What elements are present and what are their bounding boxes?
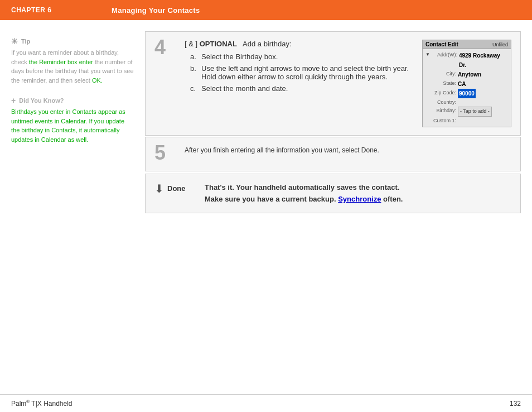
content-area: 4 [ & ] OPTIONAL Add a birthday: a. Sele… (145, 31, 521, 389)
done-label-area: ⬇ Done (154, 182, 199, 195)
did-you-know-section: + Did You Know? Birthdays you enter in C… (11, 96, 134, 144)
tip-ok: OK. (92, 77, 103, 84)
substep-a-letter: a. (190, 52, 198, 61)
custom-label: Custom 1: (425, 117, 456, 125)
step-4-text: [ & ] OPTIONAL Add a birthday: a. Select… (185, 40, 411, 96)
dyk-text: Birthdays you enter in Contacts appear a… (11, 107, 134, 144)
addr-value: 4929 Rockaway Dr. (459, 51, 508, 70)
country-label: Country: (425, 98, 456, 107)
state-label: State: (425, 79, 456, 89)
step-4-block: 4 [ & ] OPTIONAL Add a birthday: a. Sele… (145, 31, 521, 136)
step-5-block: 5 After you finish entering all the info… (145, 137, 521, 171)
contact-edit-header: Contact Edit Unfiled (423, 40, 511, 49)
footer-brand: Palm® T|X Handheld (11, 399, 72, 408)
substep-c-text: Select the month and date. (201, 84, 288, 93)
step-5-content: After you finish entering all the inform… (185, 145, 511, 159)
substep-b: b. Use the left and right arrows to move… (190, 64, 411, 81)
city-row: City: Anytown (425, 70, 508, 79)
optional-desc: Add a birthday: (243, 40, 291, 48)
substep-c: c. Select the month and date. (190, 84, 411, 93)
tip-header: ✳ Tip (11, 37, 134, 46)
synchronize-link[interactable]: Synchronize (338, 195, 381, 203)
substep-c-letter: c. (190, 84, 198, 93)
addr-triangle-icon: ▼ (425, 51, 430, 59)
contact-edit-widget: Contact Edit Unfiled ▼ Addr(W): 4929 Roc… (422, 40, 511, 127)
main-content: ✳ Tip If you want a reminder about a bir… (0, 20, 532, 394)
step-4-number: 4 (154, 37, 177, 58)
tip-icon: ✳ (11, 37, 18, 46)
state-value: CA (458, 79, 466, 89)
step-4-inner: [ & ] OPTIONAL Add a birthday: a. Select… (185, 40, 511, 127)
zipcode-row: Zip Code: 90000 (425, 89, 508, 98)
substep-a-text: Select the Birthday box. (201, 52, 278, 61)
state-row: State: CA (425, 79, 508, 89)
step-4-optional-line: [ & ] OPTIONAL Add a birthday: (185, 40, 411, 48)
city-value: Anytown (458, 70, 481, 79)
birthday-label: Birthday: (425, 107, 456, 116)
plus-icon: + (11, 96, 16, 105)
done-block: ⬇ Done That's it. Your handheld automati… (145, 174, 521, 214)
contact-edit-title: Contact Edit (425, 41, 458, 47)
substep-b-text: Use the left and right arrows to move to… (201, 64, 411, 81)
done-line2-prefix: Make sure you have a current backup. (205, 195, 338, 203)
done-line1: That's it. Your handheld automatically s… (205, 182, 403, 194)
page-footer: Palm® T|X Handheld 132 (0, 394, 532, 412)
step-5-text: After you finish entering all the inform… (185, 145, 511, 155)
footer-page-number: 132 (510, 400, 521, 408)
substep-a: a. Select the Birthday box. (190, 52, 411, 61)
optional-label: OPTIONAL (200, 40, 237, 48)
step-5-number: 5 (154, 143, 177, 163)
done-line2-suffix: often. (381, 195, 403, 203)
addr-label: Addr(W): (432, 51, 457, 59)
zipcode-value: 90000 (458, 89, 476, 98)
sidebar: ✳ Tip If you want a reminder about a bir… (11, 31, 134, 389)
custom-row: Custom 1: (425, 117, 508, 125)
country-row: Country: (425, 98, 508, 107)
birthday-row: Birthday: - Tap to add - (425, 107, 508, 116)
contact-edit-unfiled: Unfiled (492, 42, 508, 47)
tip-label: Tip (21, 38, 30, 45)
substep-b-letter: b. (190, 64, 198, 81)
tip-section: ✳ Tip If you want a reminder about a bir… (11, 37, 134, 85)
dyk-header: + Did You Know? (11, 96, 134, 105)
optional-bracket: [ & ] (185, 40, 197, 48)
tip-highlight: the Reminder box enter (29, 59, 93, 65)
city-label: City: (425, 70, 456, 79)
page-header: CHAPTER 6 Managing Your Contacts (0, 0, 532, 20)
done-arrow-icon: ⬇ (154, 182, 164, 195)
step-4-substep-list: a. Select the Birthday box. b. Use the l… (190, 52, 411, 93)
tip-text: If you want a reminder about a birthday,… (11, 48, 134, 85)
done-label: Done (167, 184, 186, 193)
dyk-label: Did You Know? (19, 97, 64, 104)
done-text: That's it. Your handheld automatically s… (205, 182, 403, 205)
done-line2: Make sure you have a current backup. Syn… (205, 194, 403, 205)
chapter-title: Managing Your Contacts (112, 6, 200, 15)
birthday-tap-to-add[interactable]: - Tap to add - (458, 107, 492, 116)
chapter-label: CHAPTER 6 (11, 6, 112, 14)
addr-row: ▼ Addr(W): 4929 Rockaway Dr. (425, 51, 508, 70)
contact-edit-body: ▼ Addr(W): 4929 Rockaway Dr. City: Anyto… (423, 49, 511, 127)
zipcode-label: Zip Code: (425, 89, 456, 98)
